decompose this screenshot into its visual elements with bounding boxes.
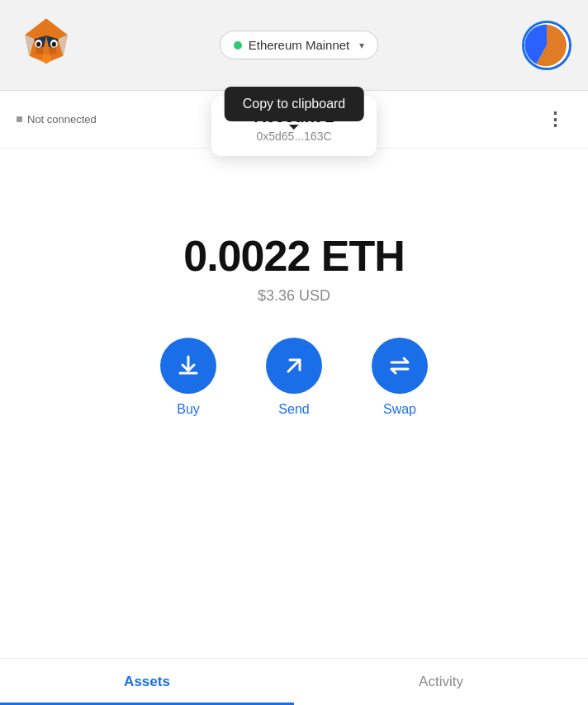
header: Ethereum Mainnet ▾ [0, 0, 588, 91]
assets-tab-label: Assets [124, 674, 170, 689]
swap-button-wrap[interactable]: Swap [372, 338, 428, 417]
svg-point-15 [52, 41, 56, 46]
swap-circle-icon [372, 338, 428, 394]
buy-circle-icon [160, 338, 216, 394]
main-content: 0.0022 ETH $3.36 USD Buy S [0, 198, 588, 475]
swap-label: Swap [383, 402, 416, 417]
send-circle-icon [266, 338, 322, 394]
action-buttons: Buy Send Swap [17, 338, 571, 417]
svg-marker-11 [41, 54, 51, 64]
svg-marker-1 [46, 18, 67, 38]
metamask-logo [17, 14, 76, 77]
buy-button-wrap[interactable]: Buy [160, 338, 216, 417]
not-connected-dot-icon [17, 116, 22, 122]
tab-assets[interactable]: Assets [0, 659, 294, 705]
network-label: Ethereum Mainnet [249, 38, 350, 52]
not-connected-status: Not connected [17, 113, 97, 125]
tab-activity[interactable]: Activity [294, 659, 588, 705]
account-address: 0x5d65...163C [231, 130, 357, 143]
network-status-dot [234, 41, 242, 50]
not-connected-label: Not connected [27, 113, 97, 125]
usd-balance: $3.36 USD [17, 287, 571, 305]
more-options-button[interactable]: ⋮ [539, 106, 571, 134]
send-label: Send [278, 402, 309, 417]
svg-point-14 [36, 41, 40, 46]
avatar[interactable] [522, 21, 571, 70]
network-selector[interactable]: Ethereum Mainnet ▾ [220, 31, 379, 59]
tooltip-label: Copy to clipboard [243, 97, 346, 111]
send-button-wrap[interactable]: Send [266, 338, 322, 417]
network-chevron-icon: ▾ [359, 40, 364, 51]
activity-tab-label: Activity [419, 674, 463, 689]
tabs: Assets Activity [0, 658, 588, 705]
eth-balance: 0.0022 ETH [17, 231, 571, 281]
copy-to-clipboard-tooltip: Copy to clipboard [225, 87, 364, 121]
buy-label: Buy [177, 402, 200, 417]
